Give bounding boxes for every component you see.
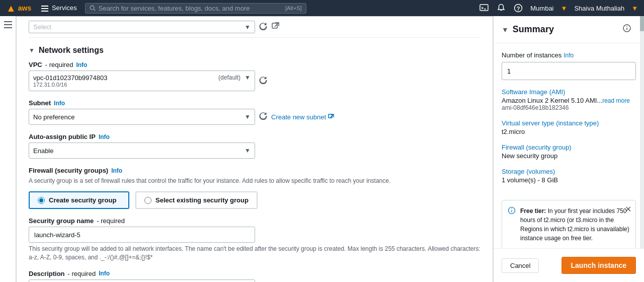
- firewall-info-link[interactable]: Info: [111, 167, 122, 174]
- svg-text:?: ?: [517, 6, 520, 12]
- select-existing-label: Select existing security group: [155, 196, 249, 204]
- network-settings-header: ▼ Network settings: [29, 38, 480, 61]
- summary-info-icon[interactable]: [623, 24, 631, 34]
- external-link-icon: [328, 114, 334, 120]
- svg-rect-2: [41, 11, 48, 12]
- select-existing-sg-option[interactable]: Select existing security group: [135, 191, 258, 209]
- storage-row: Storage (volumes) 1 volume(s) - 8 GiB: [502, 168, 636, 184]
- ami-label[interactable]: Software Image (AMI): [502, 88, 636, 96]
- user-menu[interactable]: Shaiva Muthaliah: [574, 5, 624, 12]
- launch-instance-button[interactable]: Launch instance: [561, 257, 636, 274]
- top-select-control[interactable]: Select ▼: [29, 21, 255, 33]
- summary-content: Number of instances Info Software Image …: [494, 43, 644, 200]
- description-info-link[interactable]: Info: [99, 270, 110, 277]
- search-icon: [90, 5, 96, 12]
- vpc-label: VPC - required Info: [29, 61, 480, 68]
- scrollbar-track: [640, 16, 644, 249]
- section-toggle-icon[interactable]: ▼: [29, 47, 35, 54]
- sg-name-label: Security group name - required: [29, 217, 480, 225]
- svg-line-13: [275, 23, 278, 27]
- free-tier-close-button[interactable]: ✕: [625, 204, 631, 214]
- vpc-refresh-button[interactable]: [259, 76, 267, 86]
- summary-firewall-value: New security group: [502, 152, 636, 160]
- svg-rect-10: [4, 24, 12, 25]
- summary-title: Summary: [513, 24, 554, 35]
- subnet-refresh-button[interactable]: [259, 112, 267, 122]
- firewall-label: Firewall (security groups) Info: [29, 167, 480, 174]
- storage-label[interactable]: Storage (volumes): [502, 168, 636, 175]
- ami-row: Software Image (AMI) Amazon Linux 2 Kern…: [502, 88, 636, 111]
- sidebar-toggle-button[interactable]: [0, 16, 16, 282]
- top-refresh-button[interactable]: [259, 22, 267, 32]
- auto-assign-info-link[interactable]: Info: [99, 133, 110, 140]
- vpc-default-badge: (default): [218, 74, 240, 81]
- subnet-select-control[interactable]: No preference ▼: [29, 109, 255, 125]
- description-input[interactable]: [29, 279, 255, 282]
- instances-input[interactable]: [502, 62, 636, 80]
- bell-icon[interactable]: [496, 3, 506, 13]
- security-group-options: Create security group Select existing se…: [29, 191, 480, 209]
- network-settings-panel: Select ▼ ▼ Network settings VPC -: [16, 16, 493, 282]
- summary-firewall-label[interactable]: Firewall (security group): [502, 144, 636, 151]
- region-selector[interactable]: Mumbai: [530, 5, 553, 12]
- auto-assign-select-row: Enable ▼: [29, 143, 480, 159]
- vpc-info-link[interactable]: Info: [76, 61, 87, 68]
- subnet-chevron: ▼: [245, 113, 251, 120]
- description-label: Description - required Info: [29, 270, 480, 277]
- terminal-icon[interactable]: [479, 3, 489, 13]
- svg-rect-11: [4, 27, 12, 28]
- summary-collapse-icon[interactable]: ▼: [502, 26, 509, 34]
- sg-name-input[interactable]: [29, 227, 255, 243]
- free-tier-banner: ✕ Free tier: In your first year includes…: [502, 200, 636, 249]
- create-sg-option[interactable]: Create security group: [29, 191, 129, 209]
- ami-id: ami-08df646e18b182346: [502, 104, 636, 111]
- cancel-button[interactable]: Cancel: [502, 258, 539, 273]
- top-select-row: Select ▼: [29, 17, 480, 38]
- network-settings-title: Network settings: [39, 46, 104, 55]
- search-input[interactable]: [99, 5, 282, 12]
- vpc-row: VPC - required Info vpc-01d102370b997480…: [29, 61, 480, 91]
- svg-rect-0: [41, 6, 48, 7]
- create-subnet-link[interactable]: Create new subnet: [271, 113, 334, 121]
- summary-panel: ▼ Summary Number of instances Info Softw…: [493, 16, 644, 282]
- svg-rect-5: [480, 5, 488, 11]
- auto-assign-chevron: ▼: [245, 147, 251, 154]
- ami-read-more-link[interactable]: read more: [602, 97, 630, 104]
- search-shortcut: [Alt+S]: [285, 5, 302, 11]
- top-external-link-button[interactable]: [271, 22, 279, 32]
- svg-rect-9: [4, 21, 12, 22]
- summary-firewall-row: Firewall (security group) New security g…: [502, 144, 636, 160]
- instances-info-link[interactable]: Info: [564, 52, 574, 59]
- description-row: Description - required Info: [29, 270, 480, 282]
- vpc-chevron: ▼: [245, 74, 251, 81]
- free-tier-info-icon: [508, 206, 515, 243]
- scrollbar-thumb: [640, 16, 644, 31]
- svg-point-18: [626, 26, 627, 27]
- svg-point-21: [511, 208, 512, 209]
- svg-point-3: [90, 6, 94, 10]
- subnet-value: No preference: [33, 113, 74, 121]
- instance-type-value: t2.micro: [502, 128, 636, 135]
- vpc-cidr: 172.31.0.0/16: [33, 82, 107, 88]
- vpc-select-row: vpc-01d102370b9974803 172.31.0.0/16 (def…: [29, 70, 480, 91]
- main-layout: Select ▼ ▼ Network settings VPC -: [0, 16, 644, 282]
- create-sg-radio[interactable]: [38, 197, 45, 204]
- instance-type-label[interactable]: Virtual server type (instance type): [502, 119, 636, 127]
- sg-name-hint: This security group will be added to all…: [29, 245, 480, 262]
- subnet-info-link[interactable]: Info: [54, 100, 65, 107]
- create-sg-label: Create security group: [49, 196, 116, 204]
- services-menu[interactable]: Services: [38, 3, 79, 13]
- create-subnet-label: Create new subnet: [271, 113, 326, 121]
- ami-value: Amazon Linux 2 Kernel 5.10 AMI...read mo…: [502, 97, 636, 104]
- help-icon[interactable]: ?: [513, 3, 523, 13]
- search-bar[interactable]: [Alt+S]: [85, 3, 306, 14]
- select-existing-radio[interactable]: [144, 197, 151, 204]
- firewall-description: A security group is a set of firewall ru…: [29, 176, 480, 185]
- auto-assign-select-control[interactable]: Enable ▼: [29, 143, 255, 159]
- free-tier-text: Free tier: In your first year includes 7…: [520, 206, 629, 243]
- subnet-row: Subnet Info No preference ▼ Create new s…: [29, 99, 480, 125]
- auto-assign-row: Auto-assign public IP Info Enable ▼: [29, 133, 480, 159]
- aws-logo[interactable]: ▲ aws: [6, 3, 31, 14]
- firewall-row: Firewall (security groups) Info A securi…: [29, 167, 480, 209]
- vpc-select-control[interactable]: vpc-01d102370b9974803 172.31.0.0/16 (def…: [29, 70, 255, 91]
